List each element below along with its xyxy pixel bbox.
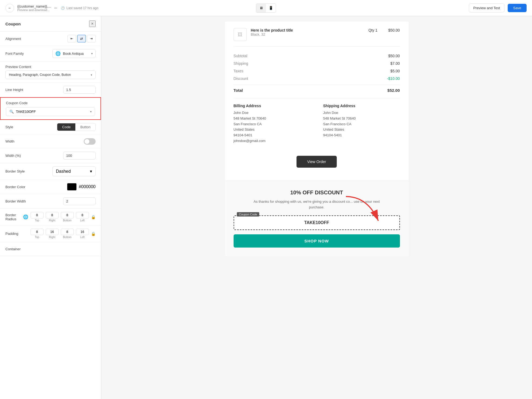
padding-left-input[interactable]: 16 [76, 229, 89, 235]
border-style-chevron-icon: ▾ [90, 169, 92, 174]
align-center-icon: ⇄ [80, 37, 83, 40]
width-row: Width [0, 134, 101, 148]
product-info: Here is the product title Black, 32 [251, 28, 364, 36]
close-button[interactable]: × [89, 21, 96, 27]
border-radius-row: Border Radius 🌐 8 Top 8 Right 8 Bottom 8 [0, 209, 101, 225]
border-radius-bottom-input[interactable]: 8 [61, 212, 74, 218]
border-style-label: Border Style [5, 169, 25, 173]
padding-top-input[interactable]: 8 [31, 229, 43, 235]
email-preview: 🖼 Here is the product title Black, 32 Qt… [225, 22, 409, 256]
font-globe-icon: 🌐 [55, 51, 61, 56]
coupon-code-section: Coupon Code 🔍 TAKE10OFF ▾ [0, 97, 101, 120]
width-toggle[interactable] [84, 138, 96, 145]
discount-heading: 10% OFF DISCOUNT [234, 190, 400, 196]
edit-icon[interactable]: ✏ [54, 6, 58, 10]
mobile-device-button[interactable]: 📱 [266, 4, 276, 12]
line-height-input[interactable]: 1.5 [63, 86, 96, 94]
discount-label: Discount [234, 76, 248, 81]
border-radius-bottom-label: Bottom [63, 219, 72, 222]
style-button-button[interactable]: Button [75, 123, 95, 131]
billing-address-line-1: John Doe [234, 110, 310, 116]
style-row: Style Code Button [0, 120, 101, 134]
border-radius-controls: 🌐 8 Top 8 Right 8 Bottom 8 Left 🔒 [23, 212, 96, 222]
border-radius-lock-icon[interactable]: 🔒 [91, 215, 96, 219]
border-color-control: #000000 [67, 183, 96, 191]
billing-address-line-2: 548 Market St 70640 [234, 116, 310, 121]
back-button[interactable]: ← [5, 4, 14, 12]
align-right-button[interactable]: ⇥ [87, 35, 96, 42]
discount-row: Discount -$10.00 [234, 75, 400, 82]
border-radius-bottom-group: 8 Bottom [61, 212, 74, 222]
border-width-input[interactable]: 2 [63, 197, 96, 205]
coupon-arrow-area: Coupon Code TAKE10OFF [234, 215, 400, 230]
product-variant: Black, 32 [251, 32, 364, 36]
desktop-device-button[interactable]: 🖥 [256, 4, 266, 12]
border-color-swatch[interactable] [67, 183, 77, 191]
border-color-hex: #000000 [79, 184, 96, 189]
preview-test-button[interactable]: Preview and Test [469, 4, 505, 12]
border-radius-left-label: Left [80, 219, 85, 222]
style-code-button[interactable]: Code [57, 123, 75, 131]
panel-title: Coupon [5, 22, 21, 26]
preview-content-row: Preview Content Heading, Paragraph, Coup… [0, 62, 101, 83]
padding-right-label: Right [49, 236, 55, 239]
width-percent-input[interactable]: 100 [63, 152, 96, 160]
preview-content-select[interactable]: Heading, Paragraph, Coupon Code, Button … [5, 70, 96, 79]
product-qty: Qty 1 [368, 28, 377, 32]
discount-description: As thanks for shopping with us, we're gi… [249, 199, 384, 210]
coupon-search-icon: 🔍 [9, 110, 14, 114]
topbar-center: 🖥 📱 [256, 4, 276, 13]
padding-left-label: Left [80, 236, 85, 239]
border-style-select[interactable]: Dashed ▾ [52, 166, 96, 176]
border-radius-left-input[interactable]: 8 [76, 212, 89, 218]
save-button[interactable]: Save [508, 4, 527, 12]
product-image-placeholder: 🖼 [234, 28, 247, 41]
shipping-address-line-2: 548 Market St 70640 [323, 116, 400, 121]
topbar-right: Preview and Test Save [469, 4, 527, 12]
border-color-label: Border Color [5, 185, 25, 189]
align-center-button[interactable]: ⇄ [77, 35, 86, 42]
billing-address-line-3: San Francisco CA [234, 121, 310, 127]
border-radius-top-label: Top [35, 219, 39, 222]
view-order-button[interactable]: View Order [297, 156, 337, 168]
border-radius-top-group: 8 Top [31, 212, 43, 222]
style-toggle: Code Button [57, 123, 96, 131]
subtotal-value: $50.00 [388, 54, 400, 58]
coupon-code-display: TAKE10OFF [234, 215, 400, 230]
padding-right-input[interactable]: 16 [46, 229, 59, 235]
padding-bottom-input[interactable]: 8 [61, 229, 74, 235]
coupon-code-label: Coupon Code [6, 101, 95, 105]
shipping-row: Shipping $7.00 [234, 60, 400, 67]
padding-lock-icon[interactable]: 🔒 [91, 232, 96, 236]
align-left-icon: ⇤ [70, 37, 73, 40]
product-price: $50.00 [388, 28, 400, 32]
panel-header: Coupon × [0, 16, 101, 32]
border-radius-right-input[interactable]: 8 [46, 212, 59, 218]
discount-value: -$10.00 [387, 76, 400, 81]
shipping-address-line-1: John Doe [323, 110, 400, 116]
border-radius-top-input[interactable]: 8 [31, 212, 43, 218]
padding-controls: 8 Top 16 Right 8 Bottom 16 Left 🔒 [31, 229, 96, 239]
coupon-code-input-wrapper[interactable]: 🔍 TAKE10OFF ▾ [6, 107, 95, 116]
shop-now-button[interactable]: SHOP NOW [234, 234, 400, 248]
container-row: Container [0, 242, 101, 256]
shipping-value: $7.00 [390, 61, 400, 66]
padding-top-label: Top [35, 236, 39, 239]
billing-address-line-6: johndoe@gmail.com [234, 138, 310, 144]
align-left-button[interactable]: ⇤ [68, 35, 76, 42]
billing-address-title: Billing Address [234, 104, 310, 108]
subtotal-label: Subtotal [234, 54, 247, 58]
padding-bottom-label: Bottom [63, 236, 72, 239]
topbar-title-wrap: {{customer_name}},... Preview and downlo… [17, 4, 51, 12]
coupon-code-input[interactable]: TAKE10OFF [16, 110, 88, 114]
width-slider [84, 138, 96, 145]
font-family-select[interactable]: 🌐 Book Antiqua ▾ [52, 49, 96, 58]
border-radius-globe-icon[interactable]: 🌐 [23, 214, 28, 219]
saved-info: 🕐 Last saved 17 hrs ago [61, 6, 98, 10]
padding-label: Padding [5, 232, 18, 236]
total-row: Total $52.00 [234, 84, 400, 96]
subtotal-row: Subtotal $50.00 [234, 52, 400, 60]
left-panel: Coupon × Alignment ⇤ ⇄ ⇥ Font Family [0, 16, 101, 399]
width-label: Width [5, 139, 14, 143]
alignment-row: Alignment ⇤ ⇄ ⇥ [0, 32, 101, 46]
